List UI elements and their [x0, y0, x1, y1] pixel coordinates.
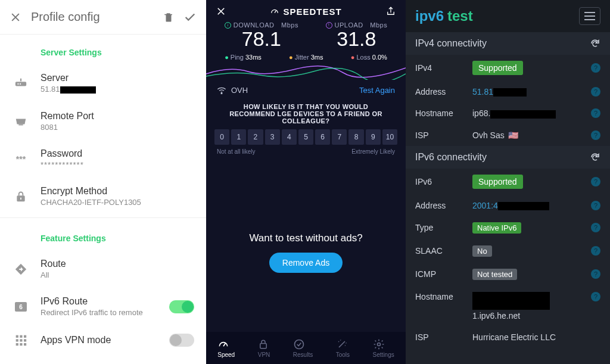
remove-ads-button[interactable]: Remove Ads: [269, 253, 343, 273]
nav-results[interactable]: Results: [293, 338, 313, 358]
likert-7[interactable]: 7: [332, 129, 347, 145]
server-label: Server: [41, 73, 194, 83]
ipv6-isp-row: ISP Hurricane Electric LLC: [406, 326, 610, 348]
menu-icon[interactable]: [579, 7, 600, 25]
password-value: ************: [41, 160, 194, 169]
password-label: Password: [41, 148, 194, 159]
server-icon: [12, 78, 30, 89]
test-again-link[interactable]: Test Again: [359, 86, 395, 95]
svg-point-21: [377, 343, 380, 346]
svg-rect-14: [24, 339, 26, 341]
route-label: Route: [41, 259, 194, 269]
likert-2[interactable]: 2: [248, 129, 263, 145]
server-value: 51.81: [41, 85, 97, 94]
svg-text:6: 6: [19, 304, 23, 310]
jitter-metric: ● Jitter 3ms: [289, 54, 323, 61]
profile-header: Profile config: [0, 0, 206, 35]
ipv4-isp-row: ISP Ovh Sas🇺🇸 ?: [406, 125, 610, 146]
nav-vpn[interactable]: VPN: [258, 338, 270, 358]
speedtest-topbar: SPEEDTEST: [206, 0, 406, 19]
section-feature-settings: Feature Settings: [0, 220, 206, 250]
svg-point-20: [294, 340, 303, 349]
help-icon[interactable]: ?: [591, 108, 600, 118]
ipv6-hostname-suffix: 1.ipv6.he.net: [472, 311, 520, 321]
wand-icon: [336, 338, 350, 350]
ipv4-address-row: Address 51.81 ?: [406, 81, 610, 102]
svg-rect-6: [20, 197, 21, 199]
remote-port-row[interactable]: Remote Port 8081: [0, 102, 206, 140]
encrypt-row[interactable]: Encrypt Method CHACHA20-IETF-POLY1305: [0, 178, 206, 215]
ipv6-icmp-badge: Not tested: [472, 269, 517, 280]
ping-metric: ● Ping 33ms: [225, 54, 262, 61]
likert-6[interactable]: 6: [315, 129, 330, 145]
share-icon[interactable]: [385, 6, 396, 17]
help-icon[interactable]: ?: [591, 201, 600, 210]
password-row[interactable]: *** Password ************: [0, 140, 206, 178]
ipv6-address-value[interactable]: 2001:4: [472, 201, 549, 210]
ipv6-type-badge: Native IPv6: [472, 222, 521, 234]
likert-low-label: Not at all likely: [217, 148, 255, 155]
close-icon[interactable]: [216, 6, 226, 17]
svg-point-2: [20, 83, 21, 85]
ipv6-hostname-row: Hostname 1.ipv6.he.net ?: [406, 286, 610, 326]
ipv6-status-badge: Supported: [472, 175, 523, 189]
likert-4[interactable]: 4: [282, 129, 297, 145]
delete-icon[interactable]: [163, 11, 174, 23]
ipv4-status-badge: Supported: [472, 61, 523, 75]
likert-labels: Not at all likely Extremely Likely: [206, 145, 406, 155]
close-icon[interactable]: [10, 11, 21, 23]
apps-vpn-toggle[interactable]: [169, 334, 194, 347]
refresh-icon[interactable]: [590, 38, 600, 49]
speedtest-brand: SPEEDTEST: [270, 7, 341, 17]
ipv6-route-value: Redirect IPv6 traffic to remote: [41, 308, 169, 317]
ipv6-route-row[interactable]: 6 IPv6 Route Redirect IPv6 traffic to re…: [0, 288, 206, 325]
route-row[interactable]: Route All: [0, 250, 206, 288]
likert-10[interactable]: 10: [382, 129, 397, 145]
help-icon[interactable]: ?: [591, 246, 600, 256]
encrypt-label: Encrypt Method: [41, 186, 194, 197]
likert-5[interactable]: 5: [298, 129, 313, 145]
help-icon[interactable]: ?: [591, 63, 600, 73]
help-icon[interactable]: ?: [591, 269, 600, 279]
password-icon: ***: [12, 154, 30, 164]
ipv6-slaac-badge: No: [472, 245, 492, 257]
ipv6-type-row: Type Native IPv6 ?: [406, 216, 610, 239]
ipv4-hostname-row: Hostname ip68. ?: [406, 102, 610, 124]
ad-headline: Want to test without ads?: [206, 232, 406, 244]
ipv6-isp-value: Hurricane Electric LLC: [472, 332, 556, 342]
likert-high-label: Extremely Likely: [351, 148, 395, 155]
ipv6-route-toggle[interactable]: [169, 300, 194, 313]
help-icon[interactable]: ?: [591, 87, 600, 97]
help-icon[interactable]: ?: [591, 292, 600, 301]
likert-1[interactable]: 1: [231, 129, 246, 145]
brand-label: SPEEDTEST: [283, 7, 341, 17]
help-icon[interactable]: ?: [591, 130, 600, 140]
confirm-icon[interactable]: [183, 11, 197, 24]
likert-9[interactable]: 9: [366, 129, 381, 145]
apps-vpn-row[interactable]: Apps VPN mode: [0, 325, 206, 355]
help-icon[interactable]: ?: [591, 177, 600, 186]
port-icon: [12, 116, 30, 127]
svg-rect-4: [18, 124, 23, 125]
nav-speed[interactable]: Speed: [217, 338, 235, 358]
svg-rect-13: [20, 339, 22, 341]
svg-rect-9: [16, 335, 18, 338]
sub-metrics: ● Ping 33ms ● Jitter 3ms ● Loss 0.0%: [206, 50, 406, 63]
likert-8[interactable]: 8: [348, 129, 363, 145]
likert-3[interactable]: 3: [265, 129, 280, 145]
server-row[interactable]: Server 51.81: [0, 64, 206, 102]
provider-name: OVH: [231, 86, 248, 95]
nav-settings[interactable]: Settings: [373, 338, 394, 358]
refresh-icon[interactable]: [590, 152, 600, 163]
ipv6-address-row: Address 2001:4 ?: [406, 195, 610, 216]
gauge-icon: [217, 338, 235, 350]
ipv6-icon: 6: [12, 301, 30, 312]
ipv4-address-value[interactable]: 51.81: [472, 87, 527, 97]
help-icon[interactable]: ?: [591, 223, 600, 232]
svg-rect-16: [20, 343, 22, 346]
ipv6-icmp-row: ICMP Not tested ?: [406, 263, 610, 286]
provider-row: OVH Test Again: [206, 80, 406, 99]
survey-question: HOW LIKELY IS IT THAT YOU WOULD RECOMMEN…: [206, 99, 406, 129]
likert-0[interactable]: 0: [214, 129, 229, 145]
nav-tools[interactable]: Tools: [336, 338, 350, 358]
